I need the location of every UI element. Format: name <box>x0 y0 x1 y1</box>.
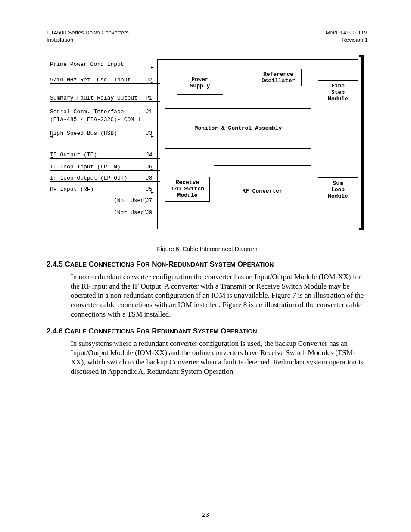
section-number: 2.4.5 <box>47 260 63 268</box>
signal-label: High Speed Bus (HSB) <box>50 130 117 137</box>
chassis-stub <box>153 181 160 182</box>
signal-label: (Not Used) <box>114 197 147 204</box>
signal-arrow <box>50 83 153 84</box>
section-title: CABLE CONNECTIONS FOR REDUNDANT SYSTEM O… <box>65 327 257 335</box>
signal-label: Serial Comm. Interface <box>50 109 124 115</box>
connector-label: J8 <box>146 175 153 181</box>
signal-arrow <box>50 68 153 68</box>
signal-label: Summary Fault Relay Output <box>50 95 137 101</box>
hdr-rev: Revision 1 <box>342 37 368 43</box>
hdr-product: DT4500 Series Down Converters <box>47 29 129 36</box>
connector-label: J4 <box>146 152 153 158</box>
section-heading-246: 2.4.6 CABLE CONNECTIONS FOR REDUNDANT SY… <box>47 327 368 336</box>
connector-label: J7 <box>146 197 153 204</box>
chassis-tick <box>160 214 160 218</box>
chassis-stub <box>153 170 160 171</box>
chassis-stub <box>153 101 160 102</box>
page-header: DT4500 Series Down Converters Installati… <box>47 29 368 44</box>
box-sum-loop-module: Sum Loop Module <box>318 177 358 202</box>
box-power-supply: Power Supply <box>177 71 223 95</box>
section-body-245: In non-redundant converter configuration… <box>71 272 368 319</box>
chassis-tick <box>160 113 160 117</box>
chassis-stub <box>153 68 160 68</box>
chassis-tick <box>160 81 160 85</box>
signal-label: Prime Power Cord Input <box>50 61 124 68</box>
chassis-stub <box>153 216 160 216</box>
section-number: 2.4.6 <box>47 327 63 335</box>
signal-line <box>50 115 157 115</box>
chassis-tick <box>160 66 160 70</box>
box-receive-io-switch-module: Receive I/O Switch Module <box>165 177 210 202</box>
box-reference-oscillator: Reference Oscillator <box>255 69 302 86</box>
box-fine-step-module: Fine Step Module <box>318 80 358 105</box>
connector-label: J9 <box>146 209 153 216</box>
interconnect-diagram: Prime Power Cord Input5/10 MHz Ref. Osc.… <box>48 58 358 233</box>
chassis-tick <box>160 202 160 206</box>
page-number: 23 <box>0 511 411 518</box>
signal-label: IF Loop Input (LP IN) <box>50 164 121 170</box>
signal-sublabel: (EIA-485 / EIA-232C)- COM 1 <box>50 116 141 123</box>
box-monitor-control-assembly: Monitor & Control Assembly <box>165 108 311 149</box>
chassis-stub <box>153 137 160 137</box>
signal-arrow <box>50 170 153 171</box>
signal-arrow <box>50 193 153 193</box>
chassis-tick <box>160 180 160 184</box>
chassis-stub <box>153 83 160 84</box>
chassis-tick <box>160 100 160 103</box>
chassis-tick <box>160 156 160 160</box>
connector-label: P1 <box>146 95 153 101</box>
header-right: MN/DT4500.IOM Revision 1 <box>326 29 368 44</box>
section-body-246: In subsystems where a redundant converte… <box>71 339 368 376</box>
signal-arrow <box>50 137 153 137</box>
chassis-tick <box>160 191 160 195</box>
signal-label: 5/10 MHz Ref. Osc. Input <box>50 77 131 83</box>
chassis-stub <box>153 193 160 193</box>
chassis-stub <box>153 204 160 204</box>
signal-label: (Not Used) <box>114 209 147 216</box>
section-heading-245: 2.4.5 CABLE CONNECTIONS FOR NON-REDUNDAN… <box>47 260 368 269</box>
signal-label: IF Loop Output (LP OUT) <box>50 175 127 181</box>
chassis-tick <box>160 168 160 172</box>
signal-line <box>50 181 157 182</box>
signal-line <box>50 101 157 102</box>
hdr-doc: MN/DT4500.IOM <box>326 29 368 36</box>
signal-label: IF Output (IF) <box>50 152 97 158</box>
figure-caption: Figure 6. Cable Interconnect Diagram <box>47 246 368 252</box>
chassis-tick <box>160 135 160 139</box>
signal-label: RF Input (RF) <box>50 186 93 193</box>
chassis-stub <box>153 115 160 115</box>
header-left: DT4500 Series Down Converters Installati… <box>47 29 129 44</box>
chassis-stub <box>153 158 160 159</box>
section-title: CABLE CONNECTIONS FOR NON-REDUNDANT SYST… <box>65 260 274 268</box>
connector-label: J1 <box>146 109 153 115</box>
chassis-edge <box>361 55 364 230</box>
signal-arrow <box>50 158 153 159</box>
hdr-section: Installation <box>47 37 73 43</box>
box-rf-converter: RF Converter <box>214 165 311 217</box>
